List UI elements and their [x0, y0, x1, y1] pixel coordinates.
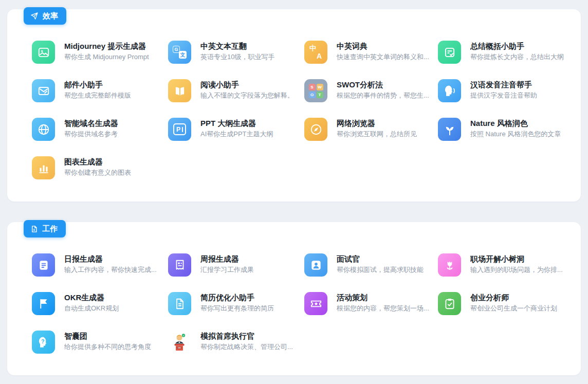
app-desc: 帮你提供域名参考: [64, 129, 118, 139]
app-title: SWOT分析法: [337, 79, 429, 90]
app-card-resume-optimizer[interactable]: 简历优化小助手帮你写出更有条理的简历: [168, 292, 304, 316]
app-title: 总结概括小助手: [470, 41, 564, 52]
app-title: 邮件小助手: [64, 79, 131, 90]
efficiency-section: 效率 Midjourney 提示生成器帮你生成 Midjourney Promp…: [7, 9, 581, 202]
app-card-weekly-report[interactable]: 周报生成器汇报学习工作成果: [168, 253, 304, 277]
globe-icon: [32, 118, 55, 141]
app-desc: 帮你生成 Midjourney Prompt: [64, 52, 149, 62]
dictionary-icon: 中A: [304, 41, 327, 64]
app-card-cn-en-dictionary[interactable]: 中A 中英词典快速查询中英文单词的释义和...: [304, 41, 438, 64]
mail-icon: [32, 79, 55, 102]
app-card-brain-trust[interactable]: ? 智囊团给你提供多种不同的思考角度: [32, 331, 168, 354]
app-card-event-planner[interactable]: 活动策划根据您的内容，帮您策划一场...: [304, 292, 438, 316]
app-card-reading-helper[interactable]: 阅读小助手输入不懂的文字段落为您解释。: [168, 79, 304, 103]
app-desc: 根据您的事件的情势，帮您生...: [337, 90, 429, 101]
app-title: OKR生成器: [64, 292, 119, 303]
app-title: 中英文本互翻: [200, 41, 274, 52]
app-title: 中英词典: [337, 41, 429, 52]
app-title: 阅读小助手: [200, 79, 294, 90]
flag-icon: [32, 292, 55, 315]
app-title: 智囊团: [64, 331, 151, 342]
app-desc: 帮您生成完整邮件模版: [64, 90, 131, 101]
svg-text:?: ?: [41, 338, 45, 344]
daily-report-icon: [32, 253, 55, 277]
weekly-report-icon: [168, 253, 191, 277]
sprout-icon: [438, 118, 461, 141]
app-card-daily-report[interactable]: 日报生成器输入工作内容，帮你快速完成...: [32, 253, 168, 277]
send-icon: [30, 12, 39, 20]
app-card-okr-generator[interactable]: OKR生成器自动生成OKR规划: [32, 292, 168, 316]
app-card-nature-polish[interactable]: Nature 风格润色按照 Nature 风格润色您的文章: [438, 118, 571, 141]
app-desc: 提供汉字发音注音帮助: [470, 90, 537, 101]
app-card-tree-hollow[interactable]: 职场开解小树洞输入遇到的职场问题，为你排...: [438, 253, 571, 277]
app-card-interviewer[interactable]: 面试官帮你模拟面试，提高求职技能: [304, 253, 438, 277]
section-badge-efficiency[interactable]: 效率: [24, 7, 66, 25]
app-desc: 帮创业公司生成一个商业计划: [470, 303, 557, 314]
section-badge-work[interactable]: 工作: [24, 220, 66, 237]
app-title: 简历优化小助手: [200, 292, 274, 303]
app-desc: 帮你写出更有条理的简历: [200, 303, 274, 314]
ceo-icon: CEO: [168, 331, 191, 354]
brain-icon: ?: [32, 331, 55, 354]
app-title: PPT 大纲生成器: [200, 118, 273, 129]
app-card-midjourney[interactable]: Midjourney 提示生成器帮你生成 Midjourney Prompt: [32, 41, 168, 64]
resume-icon: [168, 292, 191, 315]
app-desc: 汇报学习工作成果: [200, 265, 254, 275]
app-card-mail-helper[interactable]: 邮件小助手帮您生成完整邮件模版: [32, 79, 168, 103]
swot-icon: SWOT: [304, 79, 327, 102]
app-title: 职场开解小树洞: [470, 253, 563, 265]
app-card-ppt-outline[interactable]: P PPT 大纲生成器AI帮你生成PPT主题大纲: [168, 118, 304, 141]
app-title: Midjourney 提示生成器: [64, 41, 149, 52]
app-title: 活动策划: [337, 292, 429, 303]
app-title: Nature 风格润色: [470, 118, 561, 129]
app-desc: AI帮你生成PPT主题大纲: [200, 129, 273, 139]
app-card-summarizer[interactable]: 总结概括小助手帮你提炼长文内容，总结出大纲: [438, 41, 571, 64]
app-card-cn-en-translate[interactable]: G文 中英文本互翻英语专业10级，职业写手: [168, 41, 304, 64]
app-card-domain-generator[interactable]: 智能域名生成器帮你提供域名参考: [32, 118, 168, 141]
app-desc: 根据您的内容，帮您策划一场...: [337, 303, 429, 314]
app-desc: 帮你提炼长文内容，总结出大纲: [470, 52, 564, 62]
app-card-swot[interactable]: SWOT SWOT分析法根据您的事件的情势，帮您生...: [304, 79, 438, 103]
app-desc: 自动生成OKR规划: [64, 303, 119, 314]
app-title: 模拟首席执行官: [200, 331, 293, 342]
app-desc: 按照 Nature 风格润色您的文章: [470, 129, 561, 139]
image-icon: [32, 41, 55, 64]
app-desc: 帮你模拟面试，提高求职技能: [337, 265, 424, 275]
app-desc: 帮你制定战略决策、管理公司...: [200, 342, 293, 352]
app-card-pronunciation[interactable]: 汉语发音注音帮手提供汉字发音注音帮助: [438, 79, 571, 103]
svg-text:CEO: CEO: [177, 346, 181, 349]
app-title: 网络浏览器: [337, 118, 417, 129]
app-desc: 输入遇到的职场问题，为你排...: [470, 265, 563, 275]
efficiency-grid: Midjourney 提示生成器帮你生成 Midjourney Prompt G…: [7, 9, 581, 180]
tulip-icon: [438, 253, 461, 277]
app-desc: 给你提供多种不同的思考角度: [64, 342, 151, 352]
app-desc: 英语专业10级，职业写手: [200, 52, 274, 62]
app-title: 周报生成器: [200, 253, 254, 265]
app-title: 智能域名生成器: [64, 118, 118, 129]
ppt-icon: P: [168, 118, 191, 141]
app-desc: 输入不懂的文字段落为您解释。: [200, 90, 294, 101]
app-title: 图表生成器: [64, 156, 131, 168]
clipboard-icon: [438, 292, 461, 315]
translate-icon: G文: [168, 41, 191, 64]
document-icon: [30, 225, 38, 233]
compass-icon: [304, 118, 327, 141]
app-title: 汉语发音注音帮手: [470, 79, 537, 90]
app-title: 面试官: [337, 253, 424, 265]
interviewer-icon: [304, 253, 327, 277]
app-card-startup-analyst[interactable]: 创业分析师帮创业公司生成一个商业计划: [438, 292, 571, 316]
chart-icon: [32, 156, 55, 179]
app-desc: 帮你浏览互联网，总结所见: [337, 129, 417, 139]
app-desc: 快速查询中英文单词的释义和...: [337, 52, 429, 62]
app-card-chart-generator[interactable]: 图表生成器帮你创建有意义的图表: [32, 156, 168, 180]
app-card-web-browser[interactable]: 网络浏览器帮你浏览互联网，总结所见: [304, 118, 438, 141]
app-desc: 帮你创建有意义的图表: [64, 168, 131, 178]
ticket-icon: [304, 292, 327, 315]
app-title: 日报生成器: [64, 253, 157, 265]
app-card-ceo-simulator[interactable]: CEO 模拟首席执行官帮你制定战略决策、管理公司...: [168, 331, 304, 354]
app-desc: 输入工作内容，帮你快速完成...: [64, 265, 157, 275]
pronounce-icon: [438, 79, 461, 102]
section-badge-label: 工作: [42, 224, 58, 234]
app-title: 创业分析师: [470, 292, 557, 303]
book-icon: [168, 79, 191, 102]
